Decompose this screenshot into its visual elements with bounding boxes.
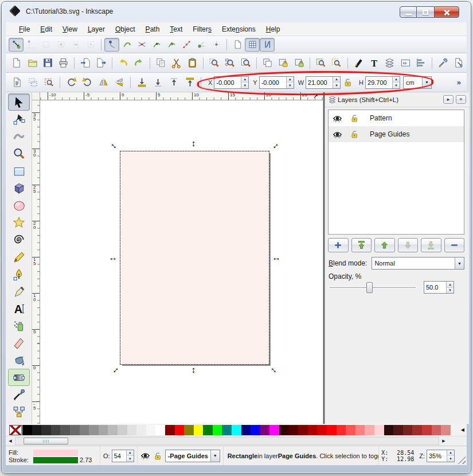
tool-spray[interactable] xyxy=(8,317,30,334)
find-icon[interactable] xyxy=(313,55,329,71)
opacity-slider[interactable] xyxy=(330,287,416,288)
snap-bbox-centers-icon[interactable] xyxy=(83,38,98,52)
import-icon[interactable] xyxy=(77,55,93,71)
palette-swatch[interactable] xyxy=(118,425,127,435)
palette-swatch[interactable] xyxy=(232,425,241,435)
tool-tweak[interactable] xyxy=(8,128,30,145)
layer-visibility-toggle[interactable] xyxy=(329,130,346,139)
palette-swatch[interactable] xyxy=(308,425,318,435)
snap-path-intersections-icon[interactable] xyxy=(134,38,149,52)
raise-layer-button[interactable] xyxy=(374,238,395,252)
layer-lock-toggle[interactable] xyxy=(346,130,363,139)
rotate-ccw-icon[interactable] xyxy=(63,75,79,91)
fill-swatch[interactable] xyxy=(33,450,78,456)
selected-rectangle[interactable] xyxy=(120,151,269,365)
close-button[interactable] xyxy=(434,6,459,18)
undo-icon[interactable] xyxy=(115,55,131,71)
minimize-button[interactable] xyxy=(400,6,417,18)
field-x-down-icon[interactable]: ▼ xyxy=(241,83,248,88)
rotate-cw-icon[interactable] xyxy=(79,75,95,91)
chevron-down-icon[interactable]: ▼ xyxy=(422,77,431,88)
opacity-input[interactable] xyxy=(424,282,446,293)
tool-eraser[interactable] xyxy=(8,334,30,352)
resize-grip[interactable] xyxy=(458,456,466,464)
palette-swatch[interactable] xyxy=(99,425,108,435)
print-icon[interactable] xyxy=(56,55,71,71)
raise-layer-to-top-button[interactable] xyxy=(351,238,372,252)
palette-swatch[interactable] xyxy=(146,425,156,435)
layer-visibility-toggle[interactable] xyxy=(329,114,346,123)
field-w-up-icon[interactable]: ▲ xyxy=(333,77,340,83)
palette-swatch[interactable] xyxy=(355,425,365,435)
layer-row-page-guides[interactable]: Page Guides xyxy=(329,126,464,142)
maximize-button[interactable] xyxy=(417,6,434,18)
tool-dropper[interactable] xyxy=(8,386,30,403)
panel-close-button[interactable]: × xyxy=(456,95,466,104)
tool-spiral[interactable] xyxy=(8,231,30,248)
tool-connector[interactable] xyxy=(8,403,30,420)
layer-visibility-icon[interactable] xyxy=(140,451,150,461)
panel-dock-button[interactable]: ▸ xyxy=(443,95,454,104)
palette-swatch[interactable] xyxy=(374,425,384,435)
scroll-left-icon[interactable]: ◀ xyxy=(6,437,15,445)
palette-swatch[interactable] xyxy=(251,425,260,435)
selection-handle-ne[interactable]: ↔ xyxy=(268,139,282,152)
fill-stroke-dialog-icon[interactable] xyxy=(351,55,366,71)
palette-swatch[interactable] xyxy=(298,425,308,435)
toolbar-overflow-chevron[interactable]: » xyxy=(457,78,461,87)
menu-help[interactable]: Help xyxy=(261,24,286,35)
tool-selector[interactable] xyxy=(8,93,30,111)
fill-stroke-indicator[interactable]: Fill: Stroke: 2.73 xyxy=(6,446,100,465)
menu-view[interactable]: View xyxy=(57,24,83,35)
unlink-clone-icon[interactable] xyxy=(291,55,307,71)
field-y-input[interactable] xyxy=(260,77,286,88)
palette-swatch[interactable] xyxy=(32,425,42,435)
create-clone-icon[interactable] xyxy=(275,55,291,71)
snap-midpoints-icon[interactable] xyxy=(179,38,194,52)
palette-swatch[interactable] xyxy=(317,425,327,435)
tool-pen-bezier[interactable] xyxy=(8,266,30,283)
snap-page-border-icon[interactable] xyxy=(230,38,245,52)
selection-handle-se[interactable]: ↔ xyxy=(268,363,282,376)
palette-swatch[interactable] xyxy=(194,425,204,435)
menu-extensions[interactable]: Extensions xyxy=(217,24,261,35)
input-devices-icon[interactable] xyxy=(451,55,467,71)
field-w-down-icon[interactable]: ▼ xyxy=(333,83,340,88)
scrollbar-track[interactable] xyxy=(15,437,439,445)
menu-filters[interactable]: Filters xyxy=(187,24,217,35)
menu-object[interactable]: Object xyxy=(110,24,140,35)
open-document-icon[interactable] xyxy=(24,55,40,71)
palette-swatch[interactable] xyxy=(165,425,175,435)
palette-swatch[interactable] xyxy=(60,425,70,435)
stroke-swatch[interactable] xyxy=(33,457,78,463)
snap-rotation-centers-icon[interactable] xyxy=(209,38,224,52)
palette-swatch[interactable] xyxy=(327,425,337,435)
snap-object-centers-icon[interactable] xyxy=(194,38,209,52)
layer-lock-icon[interactable] xyxy=(153,451,162,461)
tool-node-editor[interactable] xyxy=(8,111,30,128)
lower-icon[interactable] xyxy=(150,75,166,91)
palette-swatch[interactable] xyxy=(365,425,374,435)
zoom-input[interactable] xyxy=(427,450,447,462)
xml-editor-icon[interactable]: ‹› xyxy=(398,55,413,71)
export-icon[interactable] xyxy=(93,55,109,71)
palette-swatch[interactable] xyxy=(279,425,289,435)
guides-toggle-icon[interactable] xyxy=(260,38,275,52)
menu-path[interactable]: Path xyxy=(140,24,165,35)
delete-layer-button[interactable] xyxy=(444,238,465,252)
palette-swatch[interactable] xyxy=(22,425,32,435)
titlebar[interactable]: C:\Tutorial\3b.svg - Inkscape xyxy=(2,2,471,22)
palette-swatch[interactable] xyxy=(175,425,185,435)
tool-gradient[interactable] xyxy=(8,369,30,386)
lower-to-bottom-icon[interactable] xyxy=(134,75,150,91)
palette-swatch[interactable] xyxy=(260,425,270,435)
save-document-icon[interactable] xyxy=(40,55,56,71)
menu-edit[interactable]: Edit xyxy=(35,24,57,35)
palette-swatch[interactable] xyxy=(337,425,346,435)
cut-icon[interactable] xyxy=(169,55,184,71)
palette-swatch[interactable] xyxy=(127,425,137,435)
palette-swatch[interactable] xyxy=(346,425,355,435)
palette-swatch[interactable] xyxy=(41,425,51,435)
snap-bbox-edge-midpoints-icon[interactable] xyxy=(68,38,83,52)
tool-calligraphy[interactable] xyxy=(8,283,30,300)
